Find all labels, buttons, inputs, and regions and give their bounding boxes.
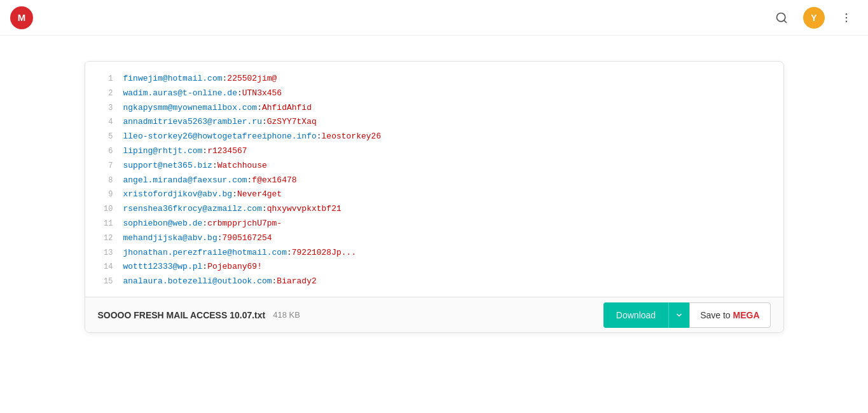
download-label: Download — [616, 310, 656, 320]
password-part: Never4get — [237, 189, 282, 199]
line-number: 15 — [95, 276, 113, 288]
table-row: 3ngkapysmm@myownemailbox.com:AhfidAhfid — [85, 101, 783, 116]
line-content: sophiebon@web.de:crbmpprjchU7pm- — [123, 217, 282, 231]
separator: : — [232, 189, 237, 199]
svg-line-1 — [784, 20, 787, 22]
password-part: 7905167254 — [223, 233, 272, 243]
password-part: f@ex16478 — [252, 175, 296, 185]
code-preview: 1finwejim@hotmail.com:225502jim@2wadim.a… — [85, 62, 783, 297]
download-button[interactable]: Download — [603, 302, 668, 328]
line-number: 7 — [95, 160, 113, 172]
file-info: SOOOO FRESH MAIL ACCESS 10.07.txt 418 KB — [98, 310, 300, 320]
email-part: angel.miranda@faexsur.com — [123, 175, 247, 185]
separator: : — [262, 117, 267, 126]
line-content: finwejim@hotmail.com:225502jim@ — [123, 72, 277, 86]
line-number: 3 — [95, 102, 113, 114]
email-part: wadim.auras@t-online.de — [123, 88, 237, 98]
password-part: r1234567 — [207, 146, 247, 156]
line-number: 5 — [95, 131, 113, 143]
separator: : — [212, 161, 217, 170]
password-part: 79221028Jp... — [292, 248, 356, 257]
svg-point-3 — [846, 17, 848, 18]
line-number: 1 — [95, 73, 113, 85]
download-chevron-button[interactable] — [668, 302, 689, 328]
line-content: angel.miranda@faexsur.com:f@ex16478 — [123, 174, 297, 187]
table-row: 5lleo-storkey26@howtogetafreeiphone.info… — [85, 130, 783, 144]
navbar-right: Y — [770, 6, 858, 29]
line-content: analaura.botezelli@outlook.com:Biarady2 — [123, 275, 317, 288]
email-part: support@net365.biz — [123, 161, 212, 170]
email-part: lleo-storkey26@howtogetafreeiphone.info — [123, 132, 317, 141]
table-row: 11sophiebon@web.de:crbmpprjchU7pm- — [85, 217, 783, 231]
line-content: wadim.auras@t-online.de:UTN3x456 — [123, 87, 282, 100]
password-part: Pojebany69! — [207, 262, 262, 271]
separator: : — [317, 132, 322, 141]
separator: : — [202, 146, 207, 156]
password-part: qhxywvvpkxtbf21 — [267, 204, 341, 213]
line-number: 10 — [95, 203, 113, 215]
email-part: ngkapysmm@myownemailbox.com — [123, 103, 258, 112]
email-part: annadmitrieva5263@rambler.ru — [123, 117, 262, 126]
table-row: 7support@net365.biz:Watchhouse — [85, 159, 783, 173]
file-size: 418 KB — [273, 310, 300, 320]
line-content: wottt12333@wp.pl:Pojebany69! — [123, 261, 262, 274]
chevron-down-icon — [675, 311, 683, 319]
file-name: SOOOO FRESH MAIL ACCESS 10.07.txt — [98, 310, 266, 320]
email-part: xristofordjikov@abv.bg — [123, 189, 233, 199]
email-part: sophiebon@web.de — [123, 219, 203, 228]
svg-point-4 — [846, 20, 848, 22]
line-content: annadmitrieva5263@rambler.ru:GzSYY7tXaq — [123, 116, 317, 129]
password-part: GzSYY7tXaq — [267, 117, 317, 126]
separator: : — [202, 219, 207, 228]
line-number: 12 — [95, 233, 113, 245]
table-row: 13jhonathan.perezfraile@hotmail.com:7922… — [85, 246, 783, 261]
main-content: 1finwejim@hotmail.com:225502jim@2wadim.a… — [0, 36, 868, 413]
more-options-button[interactable] — [835, 6, 858, 29]
line-content: liping@rhtjt.com:r1234567 — [123, 145, 247, 158]
table-row: 10rsenshea36fkrocy@azmailz.com:qhxywvvpk… — [85, 202, 783, 217]
line-number: 13 — [95, 247, 113, 259]
line-content: jhonathan.perezfraile@hotmail.com:792210… — [123, 247, 357, 260]
password-part: crbmpprjchU7pm- — [207, 219, 282, 228]
email-part: jhonathan.perezfraile@hotmail.com — [123, 248, 287, 257]
email-part: finwejim@hotmail.com — [123, 74, 223, 83]
email-part: analaura.botezelli@outlook.com — [123, 276, 272, 286]
file-card: 1finwejim@hotmail.com:225502jim@2wadim.a… — [85, 61, 784, 333]
search-button[interactable] — [770, 6, 793, 29]
mega-brand-text: MEGA — [731, 310, 760, 320]
email-part: wottt12333@wp.pl — [123, 262, 203, 271]
password-part: Biarady2 — [277, 276, 316, 286]
table-row: 4annadmitrieva5263@rambler.ru:GzSYY7tXaq — [85, 115, 783, 130]
bottom-bar: SOOOO FRESH MAIL ACCESS 10.07.txt 418 KB… — [85, 297, 783, 332]
line-content: lleo-storkey26@howtogetafreeiphone.info:… — [123, 130, 382, 144]
line-content: support@net365.biz:Watchhouse — [123, 159, 267, 173]
save-to-mega-button[interactable]: Save to MEGA — [689, 302, 770, 328]
table-row: 9xristofordjikov@abv.bg:Never4get — [85, 187, 783, 202]
user-avatar[interactable]: Y — [803, 7, 825, 29]
password-part: 225502jim@ — [227, 74, 277, 83]
table-row: 2wadim.auras@t-online.de:UTN3x456 — [85, 86, 783, 101]
email-part: liping@rhtjt.com — [123, 146, 203, 156]
separator: : — [287, 248, 292, 257]
separator: : — [237, 88, 242, 98]
password-part: leostorkey26 — [322, 132, 382, 141]
svg-point-2 — [846, 13, 848, 15]
table-row: 6liping@rhtjt.com:r1234567 — [85, 144, 783, 159]
line-number: 4 — [95, 116, 113, 128]
separator: : — [217, 233, 223, 243]
email-part: rsenshea36fkrocy@azmailz.com — [123, 204, 262, 213]
navbar-left: M — [10, 6, 33, 29]
table-row: 14wottt12333@wp.pl:Pojebany69! — [85, 260, 783, 274]
mega-logo[interactable]: M — [10, 6, 33, 29]
password-part: UTN3x456 — [242, 88, 282, 98]
table-row: 12mehandjijska@abv.bg:7905167254 — [85, 231, 783, 246]
line-number: 8 — [95, 175, 113, 187]
separator: : — [202, 262, 207, 271]
line-content: ngkapysmm@myownemailbox.com:AhfidAhfid — [123, 102, 312, 115]
table-row: 1finwejim@hotmail.com:225502jim@ — [85, 72, 783, 86]
email-part: mehandjijska@abv.bg — [123, 233, 217, 243]
search-icon — [775, 11, 788, 24]
action-buttons: Download Save to MEGA — [603, 302, 771, 328]
line-number: 9 — [95, 189, 113, 201]
password-part: Watchhouse — [217, 161, 267, 170]
